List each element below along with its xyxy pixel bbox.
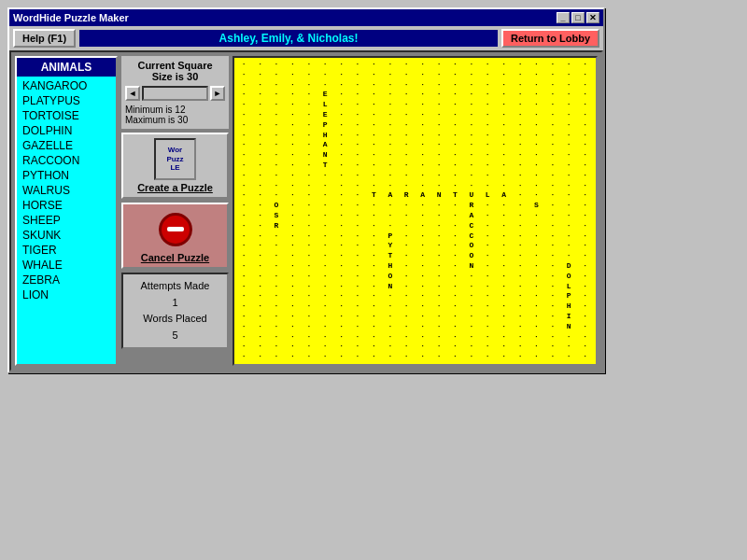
- title-bar: WordHide Puzzle Maker _ □ ✕: [9, 9, 603, 26]
- cancel-puzzle-button[interactable]: Cancel Puzzle: [121, 203, 229, 269]
- maximize-button[interactable]: □: [571, 12, 585, 23]
- create-puzzle-label: Create a Puzzle: [137, 182, 213, 193]
- words-placed-label: Words Placed: [127, 311, 223, 328]
- size-section: Current Square Size is 30 ◄ ► Minimum is…: [121, 56, 229, 129]
- puzzle-panel: · · · · · · · · · · · · · · · · · · · · …: [233, 56, 598, 366]
- word-list-header: ANIMALS: [17, 58, 116, 77]
- word-item[interactable]: ZEBRA: [19, 273, 114, 287]
- word-item[interactable]: HORSE: [19, 198, 114, 213]
- cancel-icon: [154, 208, 196, 250]
- help-button[interactable]: Help (F1): [13, 29, 76, 48]
- word-item[interactable]: LION: [19, 287, 114, 302]
- toolbar: Help (F1) Ashley, Emily, & Nicholas! Ret…: [9, 26, 603, 50]
- attempts-value: 1: [127, 295, 223, 312]
- word-item[interactable]: TIGER: [19, 243, 114, 258]
- minimize-button[interactable]: _: [557, 12, 570, 23]
- create-puzzle-button[interactable]: WorPuzzLE Create a Puzzle: [121, 133, 229, 199]
- words-placed-value: 5: [127, 328, 223, 344]
- size-min-max: Minimum is 12 Maximum is 30: [125, 105, 225, 125]
- slider-right-arrow[interactable]: ►: [210, 86, 225, 101]
- word-item[interactable]: SHEEP: [19, 213, 114, 228]
- return-to-lobby-button[interactable]: Return to Lobby: [501, 29, 599, 48]
- word-item[interactable]: WHALE: [19, 258, 114, 273]
- word-list: KANGAROOPLATYPUSTORTOISEDOLPHINGAZELLERA…: [17, 77, 116, 364]
- attempts-label: Attempts Made: [127, 278, 223, 295]
- word-item[interactable]: GAZELLE: [19, 138, 114, 153]
- size-title: Current Square Size is 30: [125, 60, 225, 82]
- word-item[interactable]: PYTHON: [19, 168, 114, 183]
- stats-section: Attempts Made 1 Words Placed 5: [121, 273, 229, 349]
- word-item[interactable]: RACCOON: [19, 153, 114, 168]
- window-controls: _ □ ✕: [557, 12, 599, 23]
- stop-bar: [167, 227, 184, 231]
- word-list-panel: ANIMALS KANGAROOPLATYPUSTORTOISEDOLPHING…: [15, 56, 118, 366]
- word-item[interactable]: SKUNK: [19, 228, 114, 243]
- size-slider-row: ◄ ►: [125, 86, 225, 101]
- word-item[interactable]: DOLPHIN: [19, 123, 114, 138]
- cancel-puzzle-label: Cancel Puzzle: [141, 252, 209, 263]
- main-content: ANIMALS KANGAROOPLATYPUSTORTOISEDOLPHING…: [9, 50, 603, 371]
- stop-icon: [159, 213, 192, 246]
- middle-panel: Current Square Size is 30 ◄ ► Minimum is…: [121, 56, 229, 366]
- word-item[interactable]: WALRUS: [19, 183, 114, 198]
- word-item[interactable]: TORTOISE: [19, 108, 114, 123]
- size-slider[interactable]: [142, 86, 208, 101]
- puzzle-icon: WorPuzzLE: [154, 138, 196, 180]
- puzzle-grid: · · · · · · · · · · · · · · · · · · · · …: [236, 60, 594, 362]
- slider-left-arrow[interactable]: ◄: [125, 86, 140, 101]
- word-item[interactable]: KANGAROO: [19, 78, 114, 93]
- name-display: Ashley, Emily, & Nicholas!: [79, 30, 498, 47]
- window-title: WordHide Puzzle Maker: [13, 12, 129, 23]
- close-button[interactable]: ✕: [586, 12, 599, 23]
- word-item[interactable]: PLATYPUS: [19, 93, 114, 108]
